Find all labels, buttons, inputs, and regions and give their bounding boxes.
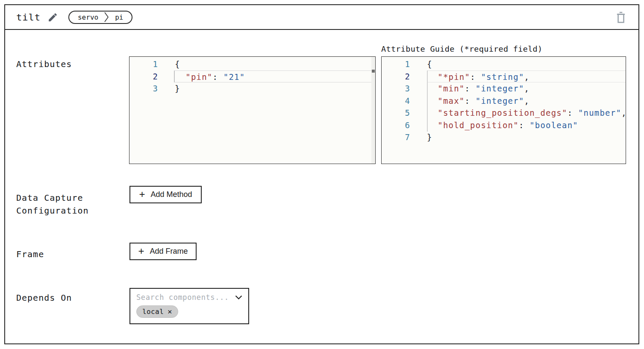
- code-token: :: [465, 96, 475, 106]
- code-token: }: [175, 84, 180, 93]
- code-text: "min": "integer",: [427, 82, 626, 95]
- dependency-chip-label: local: [142, 308, 164, 316]
- code-token: ,: [621, 108, 626, 117]
- attributes-label: Attributes: [16, 58, 72, 70]
- line-number: 3: [382, 82, 410, 95]
- line-number: 5: [382, 107, 410, 119]
- code-line: 1{: [129, 58, 375, 70]
- combo-input-row: [136, 293, 242, 302]
- line-number: 2: [382, 70, 410, 83]
- code-line: 1{: [382, 58, 626, 70]
- code-text: {: [175, 58, 375, 70]
- code-token: "integer": [476, 96, 524, 106]
- code-token: :: [568, 108, 578, 117]
- code-text: {: [427, 58, 626, 70]
- depends-on-combobox[interactable]: local ✕: [129, 288, 249, 324]
- chevron-right-icon: [104, 12, 109, 23]
- code-text: "*pin": "string",: [427, 70, 626, 83]
- attributes-json-editor[interactable]: 1{2 "pin": "21"3}: [129, 56, 376, 164]
- line-number: 2: [129, 70, 158, 83]
- code-token: [427, 84, 438, 93]
- code-text: "max": "integer",: [427, 95, 626, 107]
- code-token: [427, 96, 438, 106]
- line-number: 4: [382, 95, 410, 107]
- code-token: "boolean": [529, 120, 578, 130]
- attribute-guide-editor: 1{2 "*pin": "string",3 "min": "integer",…: [381, 56, 626, 164]
- code-token: "min": [438, 84, 465, 93]
- code-line: 6 "hold_position": "boolean": [382, 119, 626, 132]
- code-token: "21": [223, 72, 245, 82]
- code-line: 5 "starting_position_degs": "number",: [382, 107, 626, 119]
- code-text: }: [427, 131, 626, 144]
- code-token: {: [427, 59, 432, 69]
- code-token: "integer": [476, 84, 524, 93]
- code-text: "starting_position_degs": "number",: [427, 107, 626, 119]
- code-token: ,: [524, 84, 530, 93]
- breadcrumb-type: servo: [78, 13, 98, 21]
- code-token: [427, 120, 438, 130]
- line-number: 7: [382, 131, 410, 144]
- indent-guide: [427, 70, 428, 132]
- search-components-input[interactable]: [136, 293, 232, 302]
- frame-label: Frame: [16, 248, 44, 261]
- code-token: "*pin": [438, 72, 470, 82]
- component-name: tilt: [16, 12, 41, 23]
- editor-scrollbar[interactable]: [371, 57, 375, 164]
- code-line: 7}: [382, 131, 626, 144]
- attribute-guide-label: Attribute Guide (*required field): [381, 44, 542, 53]
- add-frame-button[interactable]: + Add Frame: [129, 243, 197, 260]
- code-line: 3}: [129, 82, 375, 95]
- code-token: "pin": [185, 72, 212, 82]
- overview-ruler-marker: [372, 70, 375, 73]
- component-card: tilt servo pi Attributes 1{2 "pin": "21"…: [4, 4, 639, 344]
- code-token: :: [470, 72, 481, 82]
- add-method-label: Add Method: [150, 190, 192, 199]
- plus-icon: +: [139, 189, 145, 199]
- depends-on-label: Depends On: [16, 291, 72, 304]
- code-text: "pin": "21": [174, 70, 375, 83]
- line-number: 1: [129, 58, 158, 70]
- code-line: 2 "*pin": "string",: [382, 70, 626, 83]
- code-token: }: [427, 132, 432, 142]
- code-token: "hold_position": [438, 120, 519, 130]
- code-token: [175, 72, 185, 82]
- code-token: ,: [524, 96, 530, 106]
- breadcrumb-model: pi: [115, 13, 123, 21]
- code-token: "number": [578, 108, 621, 117]
- code-line: 3 "min": "integer",: [382, 82, 626, 95]
- code-token: :: [465, 84, 475, 93]
- code-text: "hold_position": "boolean": [427, 119, 626, 132]
- code-line: 2 "pin": "21": [129, 70, 375, 83]
- line-number: 6: [382, 119, 410, 132]
- code-token: ,: [524, 72, 530, 82]
- chevron-down-icon[interactable]: [235, 295, 242, 300]
- pencil-icon[interactable]: [47, 12, 58, 23]
- component-header: tilt servo pi: [5, 5, 638, 30]
- code-token: {: [175, 59, 180, 69]
- code-token: "max": [438, 96, 465, 106]
- line-number: 1: [382, 58, 410, 70]
- line-number: 3: [129, 82, 158, 95]
- plus-icon: +: [138, 246, 144, 256]
- code-token: "starting_position_degs": [438, 108, 567, 117]
- code-token: [427, 72, 438, 82]
- dependency-chip: local ✕: [136, 305, 178, 318]
- code-token: [427, 108, 438, 117]
- breadcrumb: servo pi: [68, 11, 132, 24]
- code-text: }: [175, 82, 375, 95]
- code-line: 4 "max": "integer",: [382, 95, 626, 107]
- code-token: :: [519, 120, 529, 130]
- x-icon[interactable]: ✕: [168, 308, 172, 315]
- code-token: "string": [481, 72, 524, 82]
- data-capture-label: Data Capture Configuration: [16, 191, 104, 217]
- add-method-button[interactable]: + Add Method: [129, 186, 202, 203]
- trash-icon[interactable]: [615, 11, 626, 26]
- add-frame-label: Add Frame: [150, 247, 188, 256]
- code-token: :: [212, 72, 223, 82]
